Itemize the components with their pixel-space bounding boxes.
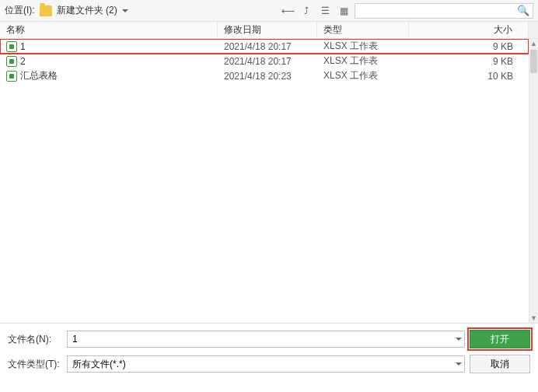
scroll-down-icon[interactable]: ▼ (529, 313, 538, 323)
column-header-type[interactable]: 类型 (317, 22, 409, 38)
chevron-down-icon[interactable] (122, 9, 128, 12)
filename-label: 文件名(N): (8, 333, 62, 346)
file-size: 9 KB (409, 56, 529, 67)
file-size: 9 KB (409, 41, 529, 52)
file-date: 2021/4/18 20:17 (218, 56, 317, 67)
scrollbar-thumb[interactable] (530, 50, 537, 73)
cancel-button[interactable]: 取消 (470, 355, 530, 373)
file-type: XLSX 工作表 (317, 40, 409, 53)
folder-name[interactable]: 新建文件夹 (2) (57, 4, 117, 17)
file-type: XLSX 工作表 (317, 54, 409, 68)
table-row[interactable]: 22021/4/18 20:17XLSX 工作表9 KB (0, 54, 529, 68)
dialog-footer: 文件名(N): 打开 文件类型(T): 取消 (0, 323, 538, 380)
column-headers: 名称 修改日期 类型 大小 (0, 22, 538, 39)
file-date: 2021/4/18 20:23 (218, 71, 317, 82)
file-type: XLSX 工作表 (317, 69, 409, 82)
column-header-date[interactable]: 修改日期 (218, 22, 317, 38)
file-size: 10 KB (409, 71, 529, 82)
back-icon[interactable]: ⟵ (281, 5, 294, 17)
grid-view-icon[interactable]: ▦ (337, 5, 350, 17)
filetype-select[interactable] (67, 355, 465, 373)
column-header-name[interactable]: 名称 (0, 22, 218, 38)
filename-input[interactable] (67, 331, 465, 348)
file-name: 汇总表格 (20, 69, 58, 82)
column-header-size[interactable]: 大小 (409, 22, 529, 38)
search-icon: 🔍 (517, 5, 529, 16)
table-row[interactable]: 12021/4/18 20:17XLSX 工作表9 KB (0, 39, 529, 54)
file-list: 12021/4/18 20:17XLSX 工作表9 KB22021/4/18 2… (0, 39, 538, 323)
xlsx-file-icon (6, 56, 17, 67)
file-date: 2021/4/18 20:17 (218, 41, 317, 52)
file-name: 1 (20, 41, 26, 52)
folder-icon (40, 5, 52, 16)
search-box[interactable]: 🔍 (355, 3, 533, 19)
list-view-icon[interactable]: ☰ (319, 5, 331, 17)
xlsx-file-icon (6, 71, 17, 82)
location-label: 位置(I): (5, 4, 35, 17)
up-icon[interactable]: ⤴ (300, 5, 313, 17)
file-name: 2 (20, 56, 26, 67)
filetype-label: 文件类型(T): (8, 358, 62, 371)
open-button[interactable]: 打开 (470, 330, 530, 348)
location-bar: 位置(I): 新建文件夹 (2) ⟵ ⤴ ☰ ▦ 🔍 (0, 0, 538, 22)
scroll-up-icon[interactable]: ▲ (529, 39, 538, 48)
vertical-scrollbar[interactable]: ▲ ▼ (529, 39, 538, 323)
toolbar-icons: ⟵ ⤴ ☰ ▦ (281, 5, 350, 17)
table-row[interactable]: 汇总表格2021/4/18 20:23XLSX 工作表10 KB (0, 68, 529, 83)
xlsx-file-icon (6, 41, 17, 52)
